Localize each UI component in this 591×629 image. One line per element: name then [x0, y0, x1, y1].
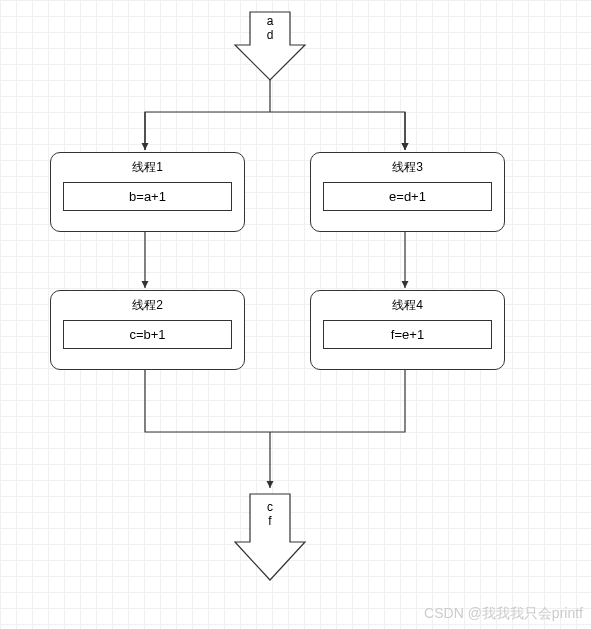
- thread-title-3: 线程3: [323, 159, 492, 176]
- thread-title-4: 线程4: [323, 297, 492, 314]
- thread-title-2: 线程2: [63, 297, 232, 314]
- thread-box-2: 线程2 c=b+1: [50, 290, 245, 370]
- thread-expr-1: b=a+1: [63, 182, 232, 211]
- watermark-text: CSDN @我我我只会printf: [424, 605, 583, 623]
- thread-expr-2: c=b+1: [63, 320, 232, 349]
- thread-box-1: 线程1 b=a+1: [50, 152, 245, 232]
- thread-expr-3: e=d+1: [323, 182, 492, 211]
- thread-title-1: 线程1: [63, 159, 232, 176]
- thread-expr-4: f=e+1: [323, 320, 492, 349]
- thread-box-3: 线程3 e=d+1: [310, 152, 505, 232]
- thread-box-4: 线程4 f=e+1: [310, 290, 505, 370]
